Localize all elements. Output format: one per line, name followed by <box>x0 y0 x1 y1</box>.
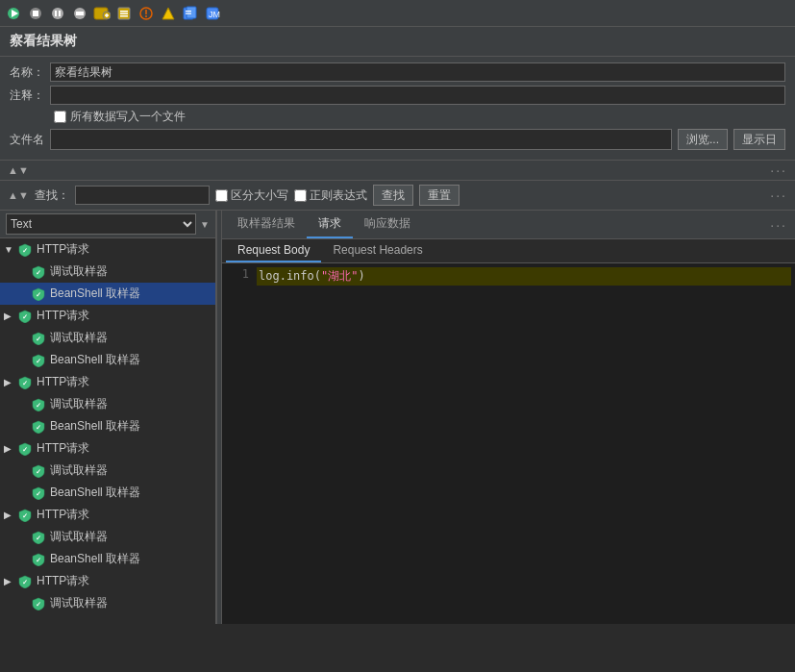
tree-item[interactable]: ▶✓HTTP请求 <box>0 504 215 526</box>
svg-text:JM: JM <box>209 10 220 19</box>
all-data-checkbox[interactable] <box>54 111 66 123</box>
name-input[interactable] <box>50 62 785 82</box>
tree-item[interactable]: ✓调试取样器 <box>0 393 215 415</box>
tree-item[interactable]: ✓调试取样器 <box>0 526 215 548</box>
tree-item-label: 调试取样器 <box>50 462 108 479</box>
detail-tabs-row: 取样器结果 请求 响应数据 ··· <box>222 211 795 239</box>
tab-response-data[interactable]: 响应数据 <box>353 211 422 238</box>
code-area: 1 log.info("湖北") <box>222 263 795 624</box>
svg-text:✓: ✓ <box>36 490 41 497</box>
code-content-1: log.info("湖北") <box>257 267 791 286</box>
main-content: Text ▼ ▼✓HTTP请求✓调试取样器✓BeanShell 取样器▶✓HTT… <box>0 211 795 624</box>
filter-bar-2: ▲▼ 查找： 区分大小写 正则表达式 查找 重置 ··· <box>0 181 795 211</box>
shield-icon: ✓ <box>31 530 46 545</box>
tree-item-label: HTTP请求 <box>37 241 89 258</box>
page-title: 察看结果树 <box>0 27 795 57</box>
shield-icon: ✓ <box>31 397 46 412</box>
case-sensitive-label: 区分大小写 <box>215 187 288 204</box>
tree-item[interactable]: ▶✓HTTP请求 <box>0 371 215 393</box>
tree-item[interactable]: ▼✓HTTP请求 <box>0 238 215 261</box>
display-button[interactable]: 显示日 <box>733 129 785 150</box>
reset-button[interactable]: 重置 <box>419 185 460 206</box>
dots-menu-1[interactable]: ··· <box>770 162 787 178</box>
toolbar-icon-10[interactable]: JM <box>203 4 222 23</box>
svg-text:✓: ✓ <box>36 269 41 276</box>
tree-filter-select[interactable]: Text <box>6 213 196 235</box>
svg-text:✓: ✓ <box>36 424 41 431</box>
tree-item-label: 调试取样器 <box>50 529 108 545</box>
tree-item[interactable]: ▶✓HTTP请求 <box>0 305 215 327</box>
filename-input[interactable] <box>50 129 672 150</box>
tree-expand-arrow[interactable]: ▶ <box>4 510 13 520</box>
svg-point-4 <box>52 8 63 19</box>
tree-item[interactable]: ✓BeanShell 取样器 <box>0 349 215 371</box>
tree-item[interactable]: ▶✓HTTP请求 <box>0 437 215 460</box>
tree-item[interactable]: ✓调试取样器 <box>0 460 215 482</box>
tree-item-label: BeanShell 取样器 <box>50 286 140 302</box>
svg-rect-8 <box>76 12 84 15</box>
tree-item[interactable]: ✓调试取样器 <box>0 327 215 349</box>
comment-input[interactable] <box>50 86 785 105</box>
tree-item[interactable]: ✓调试取样器 <box>0 261 215 283</box>
tree-item-label: BeanShell 取样器 <box>50 418 140 435</box>
tree-item-label: 调试取样器 <box>50 595 108 611</box>
svg-rect-3 <box>33 11 38 16</box>
tree-expand-arrow[interactable]: ▶ <box>4 311 13 321</box>
toolbar-icon-3[interactable] <box>48 4 67 23</box>
filename-row: 文件名 浏览... 显示日 <box>10 129 785 150</box>
tree-item[interactable]: ✓BeanShell 取样器 <box>0 482 215 504</box>
name-row: 名称： <box>10 62 785 82</box>
svg-rect-15 <box>120 12 128 14</box>
sub-tab-request-body[interactable]: Request Body <box>226 239 321 262</box>
tree-item[interactable]: ✓BeanShell 取样器 <box>0 548 215 570</box>
shield-icon: ✓ <box>17 574 33 589</box>
tab-request[interactable]: 请求 <box>307 211 353 238</box>
svg-text:✓: ✓ <box>22 579 28 585</box>
tree-expand-arrow[interactable]: ▼ <box>4 244 13 255</box>
regex-checkbox[interactable] <box>294 189 307 202</box>
case-sensitive-checkbox[interactable] <box>215 189 228 202</box>
dots-menu-detail[interactable]: ··· <box>766 217 791 233</box>
tree-expand-arrow[interactable]: ▶ <box>4 576 13 586</box>
svg-rect-23 <box>186 11 191 12</box>
tree-item[interactable]: ✓BeanShell 取样器 <box>0 283 215 305</box>
tree-expand-arrow[interactable]: ▶ <box>4 377 13 387</box>
shield-icon: ✓ <box>31 353 46 368</box>
toolbar-icon-9[interactable] <box>181 4 200 23</box>
tab-sampler-result[interactable]: 取样器结果 <box>226 211 307 238</box>
toolbar-icon-6[interactable] <box>114 4 134 23</box>
shield-icon: ✓ <box>31 286 46 302</box>
search-button[interactable]: 查找 <box>373 185 413 206</box>
expand-icon-1[interactable]: ▲▼ <box>8 164 29 176</box>
detail-panel: 取样器结果 请求 响应数据 ··· Request Body Request H… <box>222 211 795 624</box>
tree-item[interactable]: ✓BeanShell 取样器 <box>0 415 215 437</box>
tree-items: ▼✓HTTP请求✓调试取样器✓BeanShell 取样器▶✓HTTP请求✓调试取… <box>0 238 215 614</box>
tree-header: Text ▼ <box>0 211 215 238</box>
toolbar-icon-7[interactable] <box>137 4 156 23</box>
svg-text:✓: ✓ <box>36 601 41 608</box>
shield-icon: ✓ <box>31 485 46 501</box>
tree-expand-arrow[interactable]: ▶ <box>4 443 13 454</box>
tree-item[interactable]: ✓调试取样器 <box>0 592 215 614</box>
toolbar-icon-1[interactable] <box>4 4 23 23</box>
browse-button[interactable]: 浏览... <box>678 129 728 150</box>
tree-item-label: HTTP请求 <box>37 507 89 523</box>
code-line-1: 1 log.info("湖北") <box>226 267 791 286</box>
sub-tab-request-headers[interactable]: Request Headers <box>321 239 434 262</box>
filename-label: 文件名 <box>10 132 44 148</box>
tree-item-label: HTTP请求 <box>37 440 89 457</box>
svg-text:✓: ✓ <box>22 313 28 320</box>
toolbar-icon-2[interactable] <box>26 4 45 23</box>
svg-text:✓: ✓ <box>36 336 41 342</box>
expand-icon-2[interactable]: ▲▼ <box>8 189 29 201</box>
toolbar-icon-4[interactable] <box>70 4 89 23</box>
toolbar-icon-8[interactable] <box>159 4 178 23</box>
svg-rect-22 <box>186 7 196 18</box>
filter-bar-1: ▲▼ ··· <box>0 161 795 181</box>
search-input[interactable] <box>75 186 210 205</box>
tree-item[interactable]: ▶✓HTTP请求 <box>0 570 215 592</box>
shield-icon: ✓ <box>31 331 46 346</box>
dots-menu-2[interactable]: ··· <box>770 187 787 203</box>
toolbar-icon-5[interactable] <box>92 4 112 23</box>
tree-item-label: BeanShell 取样器 <box>50 551 140 567</box>
